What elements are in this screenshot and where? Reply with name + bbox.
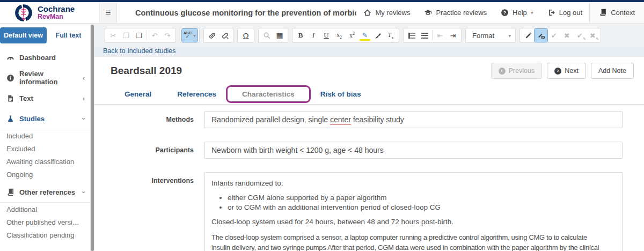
methods-text: Randomized parallel design, single [211, 115, 330, 124]
undo-button[interactable]: ↶ [148, 29, 161, 42]
show-changes-icon [537, 32, 545, 40]
outdent-button[interactable]: ⇤ [434, 29, 447, 42]
my-reviews-link[interactable]: My reviews [356, 2, 417, 23]
flask-icon [6, 115, 14, 123]
bullet-list-icon [421, 33, 428, 39]
sidebar-item-text[interactable]: Text ‹ [0, 88, 90, 108]
italic-button[interactable]: I [307, 29, 320, 42]
spellcheck-button[interactable]: ABC✓ ▾ [182, 29, 197, 42]
study-panel: Beardsall 2019 ‹ Previous › Next Add Not… [94, 56, 644, 251]
study-title: Beardsall 2019 [111, 65, 486, 77]
other-references-label: Other references [19, 188, 78, 196]
format-painter-button[interactable] [371, 29, 384, 42]
sidebar-item-analyses[interactable]: Analyses [0, 247, 90, 251]
study-tabs: General References Characteristics Risk … [94, 84, 644, 105]
main-area: ✂ ❐ ❒ ↶ ↷ ABC✓ ▾ [94, 24, 644, 251]
numbered-list-button[interactable] [405, 29, 418, 42]
full-text-button[interactable]: Full text [47, 32, 90, 39]
clear-formatting-button[interactable]: Tx [384, 29, 397, 42]
reject-change-button[interactable]: ✖ [560, 29, 573, 42]
sidebar-item-included[interactable]: Included [0, 130, 90, 143]
sidebar-item-other-references[interactable]: Other references › [0, 182, 90, 202]
review-information-label: Review information [19, 70, 78, 86]
sidebar-item-dashboard[interactable]: Dashboard [0, 47, 90, 68]
interventions-bullet-list: either CGM alone supported by a paper al… [211, 194, 616, 212]
sidebar-item-excluded[interactable]: Excluded [0, 143, 90, 156]
superscript-button[interactable]: x2 [346, 29, 358, 42]
paste-button[interactable]: ❒ [133, 29, 145, 42]
highlight-button[interactable]: ✎ [358, 29, 371, 42]
cochrane-logo-icon [14, 4, 33, 22]
graduation-cap-icon [424, 9, 432, 17]
indent-button[interactable]: ⇥ [447, 29, 459, 42]
accept-change-button[interactable]: ✔ [547, 29, 560, 42]
sidebar-item-studies[interactable]: Studies › [0, 108, 90, 129]
remove-link-button[interactable] [218, 29, 231, 42]
brush-icon [374, 32, 382, 40]
practice-reviews-label: Practice reviews [436, 9, 487, 17]
bullet-list-button[interactable] [418, 29, 431, 42]
tab-characteristics[interactable]: Characteristics [229, 90, 308, 98]
participants-field[interactable]: Newborn with birth weight < 1200 g, age … [204, 142, 623, 159]
link-icon [208, 32, 216, 40]
default-view-button[interactable]: Default view [0, 27, 47, 43]
underline-button[interactable]: U [320, 29, 333, 42]
tab-general[interactable]: General [118, 90, 164, 98]
accept-all-button[interactable]: ✔✎ [573, 29, 586, 42]
redo-button[interactable]: ↷ [161, 29, 174, 42]
numbered-list-icon [408, 33, 415, 39]
sidebar-item-awaiting-classification[interactable]: Awaiting classification [0, 156, 90, 168]
interventions-bullet: either CGM alone supported by a paper al… [228, 194, 616, 203]
document-icon [6, 94, 14, 102]
sidebar-item-review-information[interactable]: Review information ‹ [0, 68, 90, 88]
scrollbar-thumb[interactable] [91, 25, 94, 251]
sidebar-scrollbar[interactable] [90, 24, 94, 251]
show-changes-button[interactable] [535, 29, 547, 42]
interventions-label: Interventions [111, 172, 194, 251]
methods-text: feasibility study [351, 115, 404, 124]
interventions-field[interactable]: Infants randomized to: either CGM alone … [204, 172, 623, 251]
cut-button[interactable]: ✂ [107, 29, 120, 42]
log-out-link[interactable]: Log out [540, 2, 589, 23]
bold-button[interactable]: B [294, 29, 307, 42]
sidebar-item-other-published-versions[interactable]: Other published versi… [0, 216, 90, 229]
previous-button[interactable]: ‹ Previous [491, 63, 543, 79]
subscript-button[interactable]: x2 [333, 29, 346, 42]
hamburger-menu-button[interactable]: ≡ [99, 2, 117, 23]
sidebar-item-ongoing[interactable]: Ongoing [0, 168, 90, 181]
book-icon [599, 9, 607, 17]
subscript-icon: x2 [336, 31, 342, 40]
practice-reviews-link[interactable]: Practice reviews [417, 2, 494, 23]
misspelled-word[interactable]: center [330, 115, 351, 125]
insert-table-button[interactable]: ▦ [273, 29, 286, 42]
track-changes-button[interactable] [522, 29, 535, 42]
sidebar-item-additional[interactable]: Additional [0, 203, 90, 216]
bold-icon: B [298, 31, 303, 40]
log-out-icon [547, 9, 555, 17]
tab-risk-of-bias[interactable]: Risk of bias [308, 90, 374, 98]
cochrane-logo[interactable]: Cochrane RevMan [0, 2, 99, 23]
help-menu[interactable]: ? Help ▾ [494, 2, 540, 23]
copy-button[interactable]: ❐ [120, 29, 133, 42]
add-note-label: Add Note [598, 67, 626, 75]
app-header: Cochrane RevMan ≡ Continuous glucose mon… [0, 2, 644, 24]
next-button[interactable]: › Next [547, 63, 586, 79]
home-icon [363, 9, 371, 17]
pencil-mini-icon: ✎ [596, 37, 599, 41]
back-to-included-studies-link[interactable]: Back to Included studies [103, 47, 176, 55]
find-button[interactable] [260, 29, 273, 42]
indent-icon: ⇥ [450, 32, 456, 40]
format-dropdown[interactable]: Format ▾ [465, 28, 516, 43]
sidebar-item-classification-pending[interactable]: Classification pending [0, 229, 90, 242]
my-reviews-label: My reviews [375, 9, 410, 17]
context-button[interactable]: Context [589, 2, 644, 23]
table-icon: ▦ [276, 31, 283, 40]
reject-all-button[interactable]: ✖✎ [586, 29, 599, 42]
methods-field[interactable]: Randomized parallel design, single cente… [204, 111, 623, 128]
special-character-button[interactable]: Ω [239, 29, 252, 42]
studies-sublist: Included Excluded Awaiting classificatio… [0, 129, 90, 182]
insert-link-button[interactable] [206, 29, 218, 42]
methods-label: Methods [111, 111, 194, 128]
tab-references[interactable]: References [164, 90, 229, 98]
add-note-button[interactable]: Add Note [591, 63, 634, 79]
